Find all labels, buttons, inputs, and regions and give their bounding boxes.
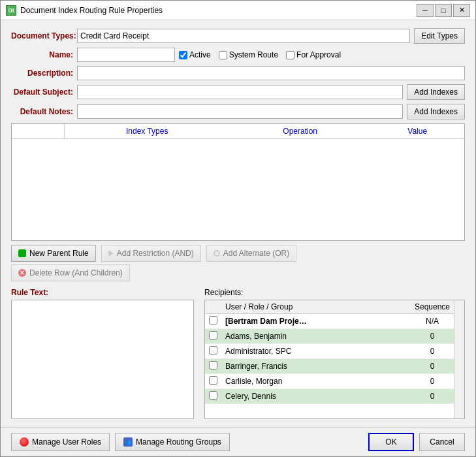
- list-item: Carlisle, Morgan 0: [205, 374, 464, 389]
- recipients-col-check: [205, 300, 221, 314]
- recipient-name: Administrator, SPC: [221, 344, 411, 359]
- rule-text-label: Rule Text:: [11, 288, 194, 297]
- recipient-sequence: 0: [411, 389, 454, 404]
- active-label: Active: [189, 50, 211, 59]
- add-indexes-subject-button[interactable]: Add Indexes: [407, 84, 465, 100]
- manage-routing-groups-label: Manage Routing Groups: [136, 437, 221, 447]
- x-icon: ✕: [18, 269, 26, 277]
- new-parent-rule-button[interactable]: New Parent Rule: [11, 245, 96, 262]
- action-buttons-row: New Parent Rule Add Restriction (AND) Ad…: [11, 245, 465, 262]
- recipients-col-user: User / Role / Group: [221, 300, 411, 314]
- manage-user-roles-label: Manage User Roles: [32, 437, 101, 447]
- index-col-index-types: Index Types: [64, 124, 230, 139]
- index-table: Index Types Operation Value: [12, 124, 464, 139]
- active-checkbox-label[interactable]: Active: [179, 50, 211, 59]
- recipient-name: Celery, Dennis: [221, 389, 411, 404]
- recipients-table-wrapper: User / Role / Group Sequence [Bertram Da…: [204, 300, 465, 419]
- add-restriction-label: Add Restriction (AND): [117, 249, 194, 258]
- list-item: Adams, Benjamin 0: [205, 329, 464, 344]
- doc-types-input[interactable]: [77, 29, 410, 43]
- recipients-label: Recipients:: [204, 288, 465, 297]
- delete-row-section: ✕ Delete Row (And Children): [11, 264, 465, 281]
- for-approval-label: For Approval: [296, 50, 341, 59]
- green-dot-icon: [18, 249, 26, 257]
- edit-types-button[interactable]: Edit Types: [414, 28, 465, 44]
- main-window: DI Document Index Routing Rule Propertie…: [0, 0, 476, 457]
- recipient-checkbox[interactable]: [209, 376, 217, 385]
- active-checkbox[interactable]: [179, 51, 187, 59]
- recipients-col-sequence: Sequence: [411, 300, 454, 314]
- name-row: Name: Active System Route For Approval: [11, 48, 465, 62]
- description-label: Description:: [11, 69, 73, 78]
- new-parent-rule-label: New Parent Rule: [29, 249, 89, 258]
- app-icon: DI: [6, 5, 16, 16]
- window-title: Document Index Routing Rule Properties: [20, 6, 163, 15]
- delete-row-label: Delete Row (And Children): [29, 268, 123, 277]
- manage-user-roles-button[interactable]: Manage User Roles: [11, 433, 110, 451]
- doc-types-label: Document Types:: [11, 31, 73, 40]
- recipient-name: Carlisle, Morgan: [221, 374, 411, 389]
- routing-groups-icon: 👥: [123, 437, 133, 447]
- description-row: Description:: [11, 66, 465, 80]
- add-alternate-button[interactable]: Add Alternate (OR): [206, 245, 296, 262]
- user-roles-icon: [20, 437, 29, 447]
- delete-row-button[interactable]: ✕ Delete Row (And Children): [11, 264, 130, 281]
- description-input[interactable]: [77, 66, 465, 80]
- recipient-sequence: 0: [411, 374, 454, 389]
- list-item: [Bertram Dam Proje… N/A: [205, 314, 464, 329]
- maximize-button[interactable]: □: [435, 4, 452, 17]
- bottom-section: Rule Text: Recipients: User / Role / Gro…: [11, 288, 465, 419]
- recipient-checkbox[interactable]: [209, 391, 217, 400]
- circle-icon: [214, 250, 220, 257]
- recipient-name: Barringer, Francis: [221, 359, 411, 374]
- index-col-empty: [12, 124, 64, 139]
- default-notes-label: Default Notes:: [11, 107, 73, 116]
- recipient-sequence: 0: [411, 344, 454, 359]
- play-icon: [108, 250, 114, 257]
- default-subject-label: Default Subject:: [11, 87, 73, 97]
- rule-text-section: Rule Text:: [11, 288, 194, 419]
- for-approval-checkbox-label[interactable]: For Approval: [286, 50, 341, 59]
- minimize-button[interactable]: ─: [417, 4, 434, 17]
- add-indexes-notes-button[interactable]: Add Indexes: [407, 104, 465, 119]
- manage-routing-groups-button[interactable]: 👥 Manage Routing Groups: [115, 433, 230, 451]
- recipients-scrollbar[interactable]: [454, 300, 464, 418]
- index-col-value: Value: [370, 124, 464, 139]
- list-item: Celery, Dennis 0: [205, 389, 464, 404]
- add-restriction-button[interactable]: Add Restriction (AND): [101, 245, 201, 262]
- recipient-sequence: 0: [411, 359, 454, 374]
- name-input[interactable]: [77, 48, 175, 62]
- system-route-checkbox-label[interactable]: System Route: [219, 50, 278, 59]
- rule-text-area[interactable]: [11, 300, 194, 419]
- content-area: Document Types: Edit Types Name: Active …: [1, 20, 475, 427]
- subject-row: Default Subject: Add Indexes: [11, 84, 465, 100]
- recipient-name: Adams, Benjamin: [221, 329, 411, 344]
- doc-types-row: Document Types: Edit Types: [11, 28, 465, 44]
- close-button[interactable]: ✕: [453, 4, 470, 17]
- recipients-section: Recipients: User / Role / Group Sequence: [204, 288, 465, 419]
- system-route-checkbox[interactable]: [219, 51, 227, 59]
- title-bar: DI Document Index Routing Rule Propertie…: [1, 1, 475, 20]
- for-approval-checkbox[interactable]: [286, 51, 294, 59]
- recipient-sequence: N/A: [411, 314, 454, 329]
- recipients-table: User / Role / Group Sequence [Bertram Da…: [205, 300, 464, 404]
- recipient-checkbox[interactable]: [209, 316, 217, 324]
- recipient-checkbox[interactable]: [209, 361, 217, 370]
- recipient-sequence: 0: [411, 329, 454, 344]
- subject-input[interactable]: [77, 85, 403, 99]
- name-label: Name:: [11, 50, 73, 59]
- index-col-operation: Operation: [230, 124, 370, 139]
- add-alternate-label: Add Alternate (OR): [223, 249, 289, 258]
- recipient-checkbox[interactable]: [209, 346, 217, 355]
- notes-row: Default Notes: Add Indexes: [11, 104, 465, 119]
- index-table-container: Index Types Operation Value: [11, 123, 465, 241]
- recipient-checkbox[interactable]: [209, 331, 217, 339]
- list-item: Administrator, SPC 0: [205, 344, 464, 359]
- recipient-name: [Bertram Dam Proje…: [221, 314, 411, 329]
- list-item: Barringer, Francis 0: [205, 359, 464, 374]
- notes-input[interactable]: [77, 104, 403, 119]
- cancel-button[interactable]: Cancel: [419, 433, 465, 451]
- footer: Manage User Roles 👥 Manage Routing Group…: [1, 427, 475, 456]
- ok-button[interactable]: OK: [368, 433, 414, 451]
- system-route-label: System Route: [229, 50, 278, 59]
